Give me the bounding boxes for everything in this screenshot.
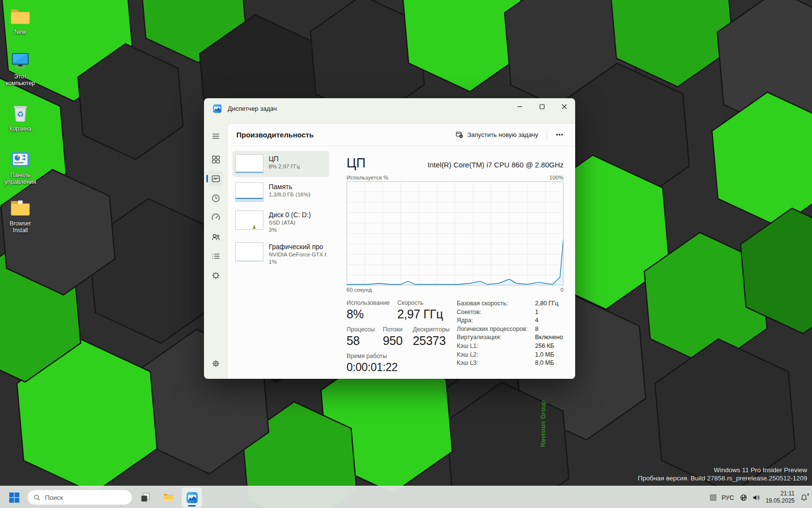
task-manager-logo-icon (213, 104, 222, 113)
navigation-rail (204, 123, 227, 379)
handles-value: 25373 (413, 333, 446, 348)
list-item-disk[interactable]: Диск 0 (C: D:) SSD (ATA) 3% (232, 207, 329, 237)
run-new-task-label: Запустить новую задачу (467, 131, 538, 138)
computer-icon (9, 49, 31, 72)
page-title: Производительность (236, 131, 314, 139)
desktop-icon-control-panel[interactable]: Панель управления (2, 148, 39, 185)
spec-row: Сокетов:1 (457, 308, 564, 317)
tray-app-icon[interactable] (710, 494, 716, 501)
chart-x-left: 60 секунд (347, 287, 372, 293)
taskbar-search[interactable] (27, 490, 132, 505)
uptime-label: Время работы (347, 352, 387, 360)
usage-value: 8% (347, 307, 397, 321)
menu-icon[interactable] (208, 128, 223, 144)
chart-y-max: 100% (550, 175, 564, 180)
recycle-bin-icon: ♻ (9, 102, 31, 124)
close-button[interactable] (553, 98, 575, 115)
more-options-button[interactable]: ••• (551, 129, 568, 141)
gpu-mini-chart (235, 242, 263, 262)
active-app-indicator (188, 505, 196, 507)
handles-label: Дескрипторы (413, 326, 450, 333)
spec-row: Кэш L1:256 КБ (457, 342, 564, 351)
cpu-detail-pane: ЦП Intel(R) Core(TM) i7 CPU 860 @ 2.80GH… (333, 146, 575, 379)
performance-resource-list: ЦП 8% 2,97 ГГц Память 1,3/8,0 ГБ (16%) (228, 146, 333, 379)
window-title: Диспетчер задач (228, 104, 277, 112)
task-manager-window: Диспетчер задач (204, 98, 575, 379)
cpu-live-stats: Использование Скорость 8% 2,97 ГГц Проце… (347, 299, 457, 374)
app-history-icon[interactable] (208, 190, 223, 206)
spec-row: Ядра:4 (457, 316, 564, 325)
spec-row: Кэш L3:8,0 МБ (457, 359, 564, 368)
header-divider (547, 130, 547, 140)
insider-build-watermark: Windows 11 Pro Insider Preview Пробная в… (638, 466, 807, 482)
start-button[interactable] (4, 487, 24, 508)
clock[interactable]: 21:11 19.05.2025 (765, 490, 796, 505)
new-task-icon (455, 131, 464, 139)
task-view-button[interactable] (135, 487, 156, 508)
watermark-line1: Windows 11 Pro Insider Preview (638, 466, 807, 474)
startup-apps-icon[interactable] (208, 209, 223, 225)
cpu-spec-list: Базовая скорость:2,80 ГГц Сокетов:1 Ядра… (457, 299, 564, 374)
control-panel-icon (9, 148, 31, 170)
watermark-line2: Пробная версия. Build 27858.rs_prereleas… (638, 474, 807, 482)
file-explorer-button[interactable] (159, 487, 179, 508)
spec-row: Логических процессоров:8 (457, 325, 564, 334)
processes-label: Процессы (347, 326, 383, 333)
minimize-button[interactable] (508, 98, 531, 115)
spec-row: Базовая скорость:2,80 ГГц (457, 299, 564, 308)
details-icon[interactable] (208, 248, 223, 264)
cpu-heading: ЦП (347, 156, 365, 170)
services-icon[interactable] (208, 268, 223, 283)
folder-icon (9, 5, 31, 27)
network-globe-icon[interactable] (740, 493, 748, 502)
taskbar: РУС 21:11 19.05.2025 z (0, 486, 812, 508)
task-manager-icon (186, 492, 198, 504)
search-icon (33, 494, 41, 501)
cpu-usage-chart[interactable] (347, 181, 564, 285)
language-indicator[interactable]: РУС (721, 494, 735, 501)
chart-y-label: Используется % (347, 175, 388, 180)
list-item-gpu[interactable]: Графический про NVIDIA GeForce GTX 66 1% (232, 239, 329, 269)
spec-row: Кэш L2:1,0 МБ (457, 351, 564, 359)
memory-mini-chart (235, 182, 263, 202)
cpu-mini-chart (235, 154, 263, 174)
page-header: Производительность Запустить новую задач… (228, 124, 575, 146)
desktop-icon-browser-install[interactable]: Browser Install (2, 196, 39, 234)
run-new-task-button[interactable]: Запустить новую задачу (450, 128, 543, 142)
folder-icon (9, 196, 31, 219)
desktop-icon-recycle-bin[interactable]: ♻ Корзина (2, 102, 39, 132)
file-explorer-icon (163, 492, 174, 503)
speed-label: Скорость (397, 299, 423, 307)
tray-date: 19.05.2025 (766, 497, 795, 505)
wallpaper-signature: Revision Group (539, 400, 547, 447)
disk-mini-chart (235, 210, 263, 230)
desktop-icon-new[interactable]: New (2, 5, 39, 35)
chart-x-right: 0 (561, 287, 564, 293)
usage-label: Использование (347, 299, 397, 307)
threads-label: Потоки (383, 326, 413, 333)
uptime-value: 0:00:01:22 (347, 360, 398, 374)
settings-gear-icon[interactable] (208, 356, 223, 371)
speed-value: 2,97 ГГц (397, 307, 443, 321)
users-icon[interactable] (208, 229, 223, 244)
task-view-icon (140, 492, 151, 503)
cpu-model: Intel(R) Core(TM) i7 CPU 860 @ 2.80GHz (428, 161, 564, 170)
task-manager-taskbar-button[interactable] (182, 487, 202, 508)
desktop: Revision Group New Этот компьютер ♻ Корз… (0, 0, 812, 508)
processes-value: 58 (347, 333, 383, 348)
threads-value: 950 (383, 333, 413, 348)
maximize-button[interactable] (531, 98, 553, 115)
list-item-cpu[interactable]: ЦП 8% 2,97 ГГц (232, 151, 329, 177)
notification-bell-icon[interactable]: z (800, 493, 808, 502)
search-input[interactable] (45, 494, 117, 501)
windows-logo-icon (9, 493, 19, 503)
performance-icon[interactable] (208, 171, 223, 186)
list-item-memory[interactable]: Память 1,3/8,0 ГБ (16%) (232, 179, 329, 205)
volume-icon[interactable] (752, 493, 760, 502)
processes-icon[interactable] (208, 151, 223, 167)
content-card: Производительность Запустить новую задач… (227, 123, 575, 379)
title-bar[interactable]: Диспетчер задач (204, 98, 575, 123)
svg-text:♻: ♻ (17, 110, 24, 119)
desktop-icon-this-pc[interactable]: Этот компьютер (2, 49, 39, 87)
spec-row: Виртуализация:Включено (457, 333, 564, 342)
